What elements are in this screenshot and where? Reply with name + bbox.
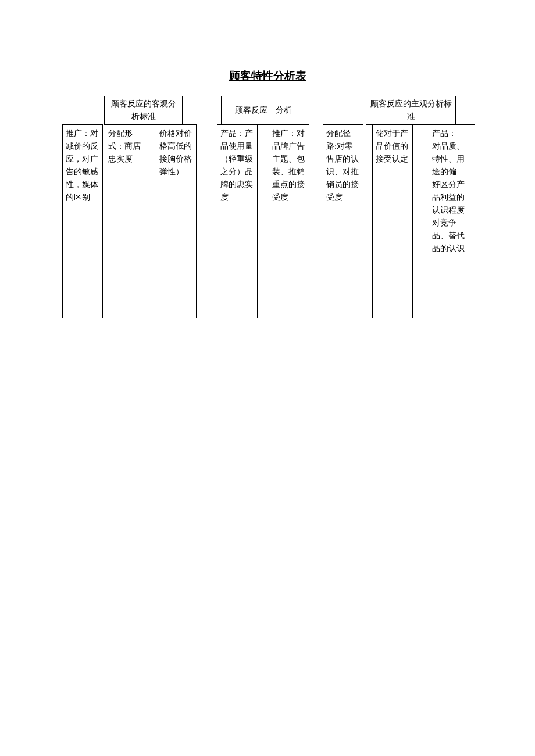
col-text-1: 推广：对减价的反应，对广告的敏感性，媒体的区别	[66, 127, 99, 204]
column-distribution-channel: 分配径路:对零售店的认识、对推销员的接受度	[323, 124, 363, 318]
col-text-5: 推广：对品牌广告主题、包装、推销重点的接受度	[272, 127, 306, 204]
col-text-7: 储对于产品价值的接受认定	[376, 127, 409, 166]
col-text-8: 产品： 对品质、特性、用 途的偏 好区分产品利益的认识程度对竞争品、替代品的认识	[432, 127, 472, 255]
column-product-usage: 产品：产品使用量（轻重级之分）品牌的忠实度	[217, 124, 258, 318]
header-label-1: 顾客反应的客观分析标准	[108, 98, 179, 123]
col-text-6: 分配径路:对零售店的认识、对推销员的接受度	[326, 127, 360, 204]
document-title: 顾客特性分析表	[0, 69, 535, 84]
col-text-2: 分配形式：商店忠实度	[108, 127, 142, 166]
header-box-subjective: 顾客反应的主观分析标准	[366, 96, 456, 125]
col-text-3: 价格对价格高低的接胸价格弹性）	[159, 127, 193, 178]
column-distribution-form: 分配形式：商店忠实度	[105, 124, 145, 318]
column-product-quality: 产品： 对品质、特性、用 途的偏 好区分产品利益的认识程度对竞争品、替代品的认识	[429, 124, 475, 318]
header-box-analysis: 顾客反应 分析	[221, 96, 305, 125]
header-label-3: 顾客反应的主观分析标准	[369, 98, 452, 123]
column-promotion-subjective: 推广：对品牌广告主题、包装、推销重点的接受度	[269, 124, 309, 318]
header-box-objective: 顾客反应的客观分析标准	[104, 96, 183, 125]
header-label-2: 顾客反应 分析	[235, 104, 292, 117]
column-price: 价格对价格高低的接胸价格弹性）	[156, 124, 197, 318]
column-value-acceptance: 储对于产品价值的接受认定	[372, 124, 413, 318]
col-text-4: 产品：产品使用量（轻重级之分）品牌的忠实度	[220, 127, 254, 204]
column-promotion-objective: 推广：对减价的反应，对广告的敏感性，媒体的区别	[62, 124, 103, 318]
